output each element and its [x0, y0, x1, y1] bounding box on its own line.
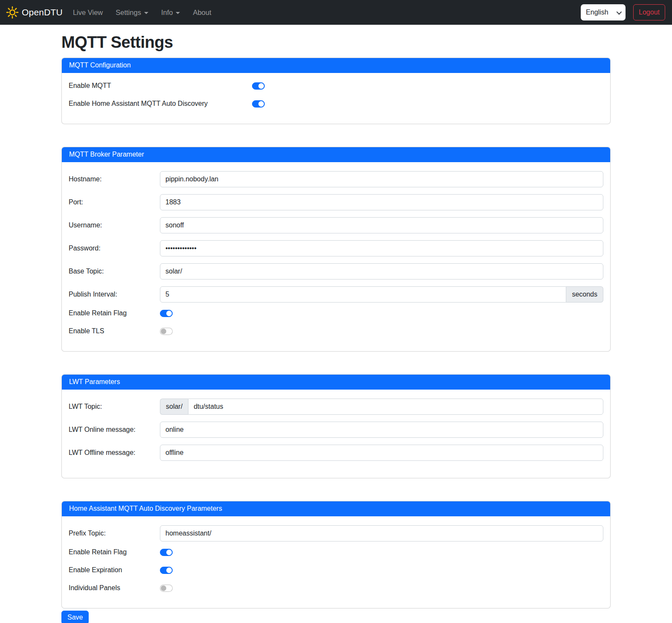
nav-item-info[interactable]: Info	[161, 9, 180, 17]
form-row-hostname: Hostname:	[69, 171, 603, 187]
hostname-input[interactable]	[160, 171, 603, 187]
ha-retain-flag-toggle[interactable]	[160, 549, 173, 556]
nav-item-settings[interactable]: Settings	[116, 9, 148, 17]
seconds-unit-addon: seconds	[566, 286, 603, 303]
chevron-down-icon	[617, 9, 622, 15]
lwt-topic-input[interactable]	[188, 399, 603, 415]
card-mqtt-broker-parameter: MQTT Broker Parameter Hostname: Port: Us…	[61, 147, 611, 352]
form-row-enable-mqtt: Enable MQTT	[69, 82, 603, 90]
card-body: Prefix Topic: Enable Retain Flag Enable …	[62, 516, 610, 608]
retain-flag-toggle[interactable]	[160, 310, 173, 317]
tls-toggle[interactable]	[160, 328, 173, 335]
form-row-password: Password:	[69, 240, 603, 256]
card-mqtt-configuration: MQTT Configuration Enable MQTT Enable Ho…	[61, 58, 611, 124]
base-topic-input[interactable]	[160, 263, 603, 279]
form-row-lwt-online-message: LWT Online message:	[69, 422, 603, 438]
field-label: Username:	[69, 221, 160, 229]
card-body: Enable MQTT Enable Home Assistant MQTT A…	[62, 73, 610, 124]
brand-title: OpenDTU	[22, 7, 63, 17]
card-header: MQTT Configuration	[62, 58, 610, 73]
base-topic-prefix-addon: solar/	[160, 399, 188, 415]
field-label: Enable Home Assistant MQTT Auto Discover…	[69, 100, 252, 108]
field-label: Base Topic:	[69, 268, 160, 275]
enable-ha-auto-discovery-toggle[interactable]	[252, 100, 265, 108]
toggle-knob	[166, 550, 172, 555]
main-content: MQTT Settings MQTT Configuration Enable …	[61, 25, 611, 623]
individual-panels-toggle[interactable]	[160, 585, 173, 592]
form-row-prefix-topic: Prefix Topic:	[69, 525, 603, 541]
port-input[interactable]	[160, 194, 603, 210]
toggle-knob	[258, 83, 264, 89]
publish-interval-input[interactable]	[160, 286, 566, 303]
lwt-online-message-input[interactable]	[160, 422, 603, 438]
caret-down-icon	[144, 12, 148, 14]
lwt-offline-message-input[interactable]	[160, 445, 603, 461]
form-row-port: Port:	[69, 194, 603, 210]
card-body: LWT Topic: solar/ LWT Online message: LW…	[62, 390, 610, 478]
nav-item-label: Info	[161, 9, 173, 17]
toggle-knob	[166, 568, 172, 573]
form-row-enable-expiration: Enable Expiration	[69, 566, 603, 574]
field-label: Prefix Topic:	[69, 530, 160, 537]
toggle-knob	[161, 329, 166, 334]
nav-item-label: Settings	[116, 9, 141, 17]
form-row-enable-ha-auto-discovery: Enable Home Assistant MQTT Auto Discover…	[69, 100, 603, 108]
field-label: Publish Interval:	[69, 291, 160, 298]
form-row-individual-panels: Individual Panels	[69, 584, 603, 592]
language-select[interactable]: English	[581, 4, 626, 20]
card-header: MQTT Broker Parameter	[62, 147, 610, 162]
field-label: Port:	[69, 198, 160, 206]
form-row-lwt-topic: LWT Topic: solar/	[69, 399, 603, 415]
form-row-enable-tls: Enable TLS	[69, 327, 603, 335]
logout-button[interactable]: Logout	[633, 4, 665, 20]
field-label: Hostname:	[69, 175, 160, 183]
field-label: Enable MQTT	[69, 82, 252, 90]
password-input[interactable]	[160, 240, 603, 256]
field-label: LWT Topic:	[69, 403, 160, 410]
field-label: Enable TLS	[69, 327, 160, 335]
navbar-right: English Logout	[581, 4, 665, 20]
sun-icon	[6, 6, 19, 19]
card-header: Home Assistant MQTT Auto Discovery Param…	[62, 501, 610, 516]
form-row-base-topic: Base Topic:	[69, 263, 603, 279]
form-row-publish-interval: Publish Interval: seconds	[69, 286, 603, 303]
toggle-knob	[161, 585, 166, 591]
field-label: Individual Panels	[69, 584, 160, 592]
caret-down-icon	[176, 12, 180, 14]
nav-item-about[interactable]: About	[193, 9, 211, 17]
nav-item-label: About	[193, 9, 211, 17]
language-select-value: English	[586, 9, 608, 16]
toggle-knob	[166, 311, 172, 316]
field-label: Enable Retain Flag	[69, 548, 160, 556]
field-label: LWT Online message:	[69, 426, 160, 434]
nav-item-label: Live View	[73, 9, 103, 17]
navbar: OpenDTU Live View Settings Info About En…	[0, 0, 672, 25]
field-label: LWT Offline message:	[69, 449, 160, 457]
form-row-ha-enable-retain-flag: Enable Retain Flag	[69, 548, 603, 556]
card-lwt-parameters: LWT Parameters LWT Topic: solar/ LWT Onl…	[61, 374, 611, 478]
form-row-username: Username:	[69, 217, 603, 233]
enable-mqtt-toggle[interactable]	[252, 82, 265, 90]
card-header: LWT Parameters	[62, 375, 610, 390]
expiration-toggle[interactable]	[160, 567, 173, 574]
field-label: Password:	[69, 245, 160, 252]
page-title: MQTT Settings	[61, 33, 611, 52]
username-input[interactable]	[160, 217, 603, 233]
save-button[interactable]: Save	[61, 611, 89, 623]
toggle-knob	[258, 101, 264, 107]
brand-link[interactable]: OpenDTU	[6, 6, 63, 19]
nav-links: Live View Settings Info About	[73, 9, 211, 17]
prefix-topic-input[interactable]	[160, 525, 603, 541]
form-row-enable-retain-flag: Enable Retain Flag	[69, 309, 603, 317]
card-body: Hostname: Port: Username: Password: Base…	[62, 162, 610, 351]
form-row-lwt-offline-message: LWT Offline message:	[69, 445, 603, 461]
field-label: Enable Retain Flag	[69, 309, 160, 317]
card-ha-auto-discovery-parameters: Home Assistant MQTT Auto Discovery Param…	[61, 501, 611, 608]
field-label: Enable Expiration	[69, 566, 160, 574]
nav-item-live-view[interactable]: Live View	[73, 9, 103, 17]
